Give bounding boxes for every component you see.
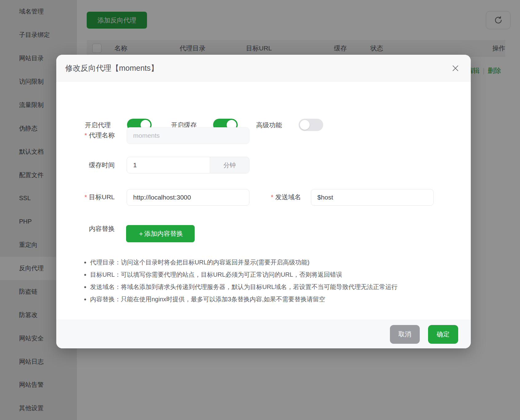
modal-body: 开启代理 开启缓存 高级功能 *代理名称 缓存时间 分钟 *目标URL — [56, 81, 471, 320]
confirm-button[interactable]: 确定 — [428, 325, 458, 344]
toggle-knob — [300, 120, 310, 130]
advanced-features-toggle[interactable] — [299, 119, 323, 131]
modal-header: 修改反向代理【moments】 — [56, 55, 471, 81]
note-proxy-dir: 代理目录：访问这个目录时将会把目标URL的内容返回并显示(需要开启高级功能) — [90, 256, 398, 268]
help-notes: 代理目录：访问这个目录时将会把目标URL的内容返回并显示(需要开启高级功能) 目… — [84, 256, 398, 305]
modal-close-button[interactable] — [449, 62, 462, 74]
target-url-label: *目标URL — [56, 193, 115, 201]
modal-title: 修改反向代理【moments】 — [65, 63, 158, 73]
close-icon — [451, 64, 459, 72]
cache-time-field[interactable] — [127, 157, 210, 173]
edit-reverse-proxy-modal: 修改反向代理【moments】 开启代理 开启缓存 高级功能 *代理名称 — [56, 55, 471, 348]
proxy-name-label: *代理名称 — [56, 131, 115, 140]
note-content-replace: 内容替换：只能在使用nginx时提供，最多可以添加3条替换内容,如果不需要替换请… — [90, 293, 398, 305]
required-asterisk: * — [271, 193, 273, 200]
add-content-replace-button[interactable]: ＋添加内容替换 — [126, 225, 195, 242]
site-settings-screen: 域名管理 子目录绑定 网站目录 访问限制 流量限制 伪静态 默认文档 配置文件 … — [0, 0, 520, 420]
required-asterisk: * — [85, 193, 87, 200]
send-domain-label: *发送域名 — [243, 193, 301, 201]
note-send-domain: 发送域名：将域名添加到请求头传递到代理服务器，默认为目标URL域名，若设置不当可… — [90, 281, 398, 293]
target-url-field[interactable] — [127, 189, 249, 206]
modal-footer: 取消 确定 — [56, 320, 471, 348]
enable-proxy-label: 开启代理 — [85, 119, 111, 131]
cancel-button[interactable]: 取消 — [390, 325, 420, 344]
proxy-name-field — [127, 127, 249, 144]
content-replace-label: 内容替换 — [56, 224, 115, 233]
send-domain-field[interactable] — [311, 189, 434, 206]
note-target-url: 目标URL：可以填写你需要代理的站点，目标URL必须为可正常访问的URL，否则将… — [90, 268, 398, 281]
cache-time-group: 分钟 — [127, 157, 249, 173]
advanced-features-label: 高级功能 — [256, 119, 282, 131]
cache-time-label: 缓存时间 — [56, 161, 115, 169]
required-asterisk: * — [85, 132, 87, 139]
cache-time-unit: 分钟 — [210, 157, 249, 173]
